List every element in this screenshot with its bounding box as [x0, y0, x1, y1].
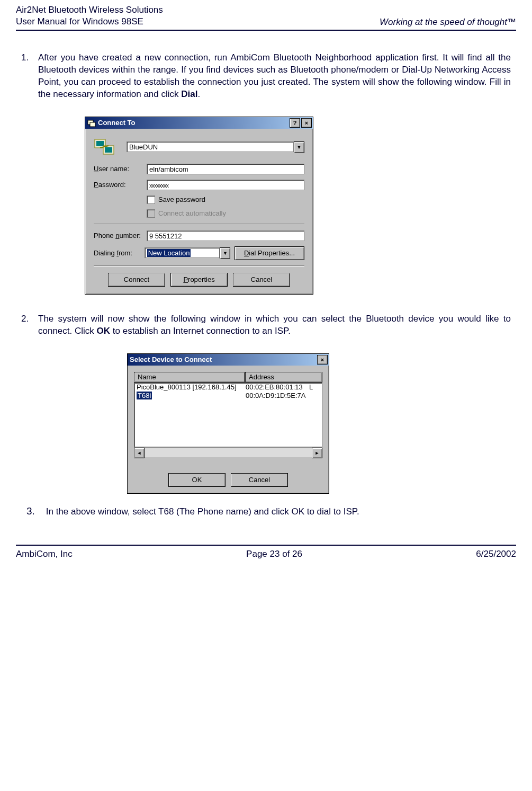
- horizontal-scrollbar[interactable]: ◄ ►: [134, 447, 322, 457]
- connection-value: BlueDUN: [127, 141, 294, 152]
- cell-tail: L: [309, 383, 313, 392]
- dialfrom-value: New Location: [145, 247, 220, 258]
- chevron-down-icon[interactable]: ▼: [220, 247, 230, 259]
- step2-bold: OK: [97, 326, 111, 336]
- connect-to-dialog: Connect To ? ×: [85, 117, 313, 295]
- dlg1-titlebar[interactable]: Connect To ? ×: [85, 117, 313, 129]
- page-header: Air2Net Bluetooth Wireless Solutions Use…: [16, 0, 516, 31]
- cancel-button[interactable]: Cancel: [231, 473, 288, 487]
- header-line2: User Manual for Windows 98SE: [16, 16, 163, 28]
- username-input[interactable]: eln/ambicom: [147, 164, 304, 174]
- phone-label: Phone number:: [94, 232, 147, 239]
- step-3-number: 3.: [26, 504, 43, 519]
- close-button[interactable]: ×: [301, 118, 312, 128]
- chevron-down-icon[interactable]: ▼: [294, 141, 304, 153]
- password-input[interactable]: xxxxxxxx: [147, 180, 304, 190]
- cancel-button[interactable]: Cancel: [233, 273, 290, 287]
- col-header-name[interactable]: Name: [134, 372, 245, 383]
- connect-button[interactable]: Connect: [108, 273, 165, 287]
- step1-bold: Dial: [181, 89, 197, 99]
- dial-properties-button[interactable]: Dial Properties...: [235, 246, 304, 260]
- connection-select[interactable]: BlueDUN ▼: [127, 141, 304, 153]
- step-3-text: In the above window, select T68 (The Pho…: [46, 506, 359, 517]
- step-2-number: 2.: [21, 313, 38, 337]
- page-footer: AmbiCom, Inc Page 23 of 26 6/25/2002: [16, 545, 516, 566]
- step1-post: .: [197, 89, 200, 99]
- footer-center: Page 23 of 26: [246, 549, 302, 559]
- step-1-text: After you have created a new connection,…: [38, 52, 511, 101]
- scroll-left-icon[interactable]: ◄: [134, 448, 145, 458]
- dialup-icon: [87, 119, 96, 127]
- ok-button[interactable]: OK: [168, 473, 226, 487]
- scroll-track[interactable]: [145, 448, 312, 457]
- header-line1: Air2Net Bluetooth Wireless Solutions: [16, 4, 163, 16]
- cell-addr: 00:0A:D9:1D:5E:7A: [246, 392, 309, 400]
- dialfrom-label: Dialing from:: [94, 249, 145, 257]
- connect-auto-label: Connect automatically: [158, 209, 226, 217]
- username-label: User name:: [94, 165, 147, 173]
- list-row[interactable]: T68i 00:0A:D9:1D:5E:7A: [134, 392, 322, 400]
- cell-name: T68i: [137, 392, 246, 400]
- select-device-dialog: Select Device to Connect × Name Address …: [127, 353, 329, 494]
- col-header-address[interactable]: Address: [245, 372, 322, 383]
- step-1: 1. After you have created a new connecti…: [21, 52, 511, 101]
- svg-rect-1: [90, 122, 95, 127]
- cell-addr: 00:02:EB:80:01:13: [246, 383, 309, 392]
- header-tagline: Working at the speed of thought™: [380, 17, 516, 28]
- header-left: Air2Net Bluetooth Wireless Solutions Use…: [16, 4, 163, 28]
- step-3: 3. In the above window, select T68 (The …: [21, 504, 511, 540]
- step1-pre: After you have created a new connection,…: [38, 52, 511, 99]
- password-label: Password:: [94, 181, 147, 189]
- svg-rect-5: [105, 147, 112, 153]
- cell-name: PicoBlue_800113 [192.168.1.45]: [137, 383, 246, 392]
- footer-left: AmbiCom, Inc: [16, 549, 73, 559]
- dlg2-titlebar[interactable]: Select Device to Connect ×: [128, 354, 329, 366]
- close-button[interactable]: ×: [317, 355, 328, 365]
- device-list[interactable]: Name Address PicoBlue_800113 [192.168.1.…: [134, 372, 322, 457]
- step-1-number: 1.: [21, 52, 38, 101]
- help-button[interactable]: ?: [290, 118, 300, 128]
- step-2: 2. The system will now show the followin…: [21, 313, 511, 337]
- step2-post: to establish an Internet connection to a…: [110, 326, 291, 336]
- dlg1-title: Connect To: [98, 119, 288, 127]
- list-row[interactable]: PicoBlue_800113 [192.168.1.45] 00:02:EB:…: [134, 383, 322, 392]
- step-2-text: The system will now show the following w…: [38, 313, 511, 337]
- save-password-label: Save password: [158, 195, 205, 203]
- connection-icon: [94, 136, 116, 158]
- connect-auto-checkbox: [147, 209, 155, 218]
- dlg2-title: Select Device to Connect: [130, 355, 316, 363]
- divider: [94, 223, 304, 224]
- properties-button[interactable]: Properties: [170, 273, 228, 287]
- phone-input[interactable]: 9 5551212: [147, 230, 304, 241]
- footer-right: 6/25/2002: [476, 549, 516, 559]
- dialfrom-select[interactable]: New Location ▼: [145, 247, 231, 259]
- divider: [94, 265, 304, 266]
- svg-rect-3: [96, 141, 104, 146]
- scroll-right-icon[interactable]: ►: [312, 448, 322, 458]
- save-password-checkbox[interactable]: [147, 195, 155, 204]
